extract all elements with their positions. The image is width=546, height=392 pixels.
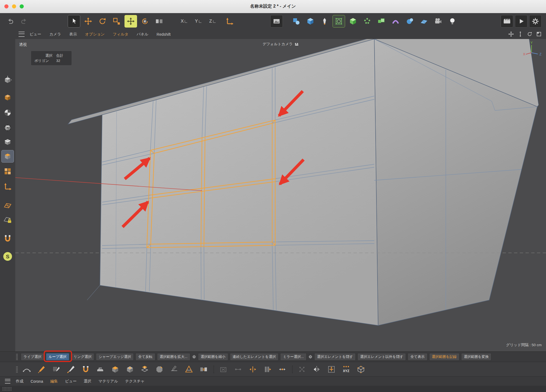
- array-icon[interactable]: [375, 15, 388, 28]
- stitch-sew-icon[interactable]: [198, 363, 210, 375]
- tweak-rotate-tool[interactable]: [139, 15, 151, 28]
- viewport-zoom-icon[interactable]: [517, 31, 524, 37]
- menu-camera[interactable]: カメラ: [49, 32, 61, 37]
- viewport-toggle-icon[interactable]: [536, 31, 542, 37]
- toolbar-drag-handle[interactable]: [16, 354, 18, 360]
- polygons-mode-icon[interactable]: [1, 150, 14, 163]
- undo-icon[interactable]: [4, 15, 16, 28]
- move-tool[interactable]: [82, 15, 94, 28]
- bevel-icon[interactable]: [153, 363, 165, 375]
- axis-gizmo[interactable]: Y X Z: [521, 41, 542, 60]
- z-axis-lock-button[interactable]: Z: [206, 15, 219, 28]
- viewport-panes-icon[interactable]: [153, 15, 165, 28]
- texture-mode-icon[interactable]: [1, 106, 14, 119]
- edges-mode-icon[interactable]: [1, 136, 14, 148]
- cloner-icon[interactable]: [361, 15, 373, 28]
- camera-icon[interactable]: [432, 15, 444, 28]
- gear-icon[interactable]: [192, 355, 196, 359]
- record-selection-button[interactable]: 選択範囲を記録: [429, 353, 459, 361]
- smooth-brush-icon[interactable]: [21, 363, 33, 375]
- render-play-icon[interactable]: [515, 15, 527, 28]
- workplane-icon[interactable]: [1, 199, 14, 212]
- settings-gear-icon[interactable]: [529, 15, 542, 28]
- extrude-inner-icon[interactable]: [124, 363, 136, 375]
- coordinate-system-button[interactable]: [223, 15, 236, 28]
- camera-label[interactable]: デフォルトカメラ: [263, 42, 299, 47]
- magnet-tool-icon[interactable]: [80, 363, 92, 375]
- polygon-pen-icon[interactable]: [35, 363, 48, 375]
- active-move-tool[interactable]: [124, 15, 137, 28]
- spline-pen-icon[interactable]: [318, 15, 331, 28]
- live-selection-tool[interactable]: [68, 15, 80, 28]
- show-all-button[interactable]: 全て表示: [408, 353, 427, 361]
- redo-icon[interactable]: [18, 15, 31, 28]
- iron-tool-icon[interactable]: [94, 363, 106, 375]
- xyz-coordinates-icon[interactable]: XYZ: [340, 363, 352, 375]
- viewport-rotate-icon[interactable]: [526, 31, 533, 37]
- menu-texture[interactable]: テクスチャ: [125, 379, 145, 384]
- points-mode-icon[interactable]: [1, 121, 14, 134]
- menu-display[interactable]: 表示: [69, 32, 77, 37]
- viewport-canvas[interactable]: [15, 39, 546, 351]
- shrink-selection-button[interactable]: 選択範囲を縮小: [198, 353, 228, 361]
- axis-center-icon[interactable]: [325, 363, 337, 375]
- hide-unselected-button[interactable]: 選択エレメント以外を隠す: [357, 353, 406, 361]
- menu-view-bottom[interactable]: ビュー: [65, 379, 77, 384]
- align-edges-icon[interactable]: [262, 363, 274, 375]
- spline-primitive-icon[interactable]: [290, 15, 302, 28]
- volume-icon[interactable]: [403, 15, 416, 28]
- grow-selection-button[interactable]: 選択範囲を拡大...: [157, 353, 190, 361]
- render-view-button[interactable]: [270, 15, 283, 28]
- floor-grid-icon[interactable]: [418, 15, 430, 28]
- sharp-edge-selection-button[interactable]: シャープエッジ選択: [96, 353, 134, 361]
- scale-tool[interactable]: [110, 15, 123, 28]
- knife-icon[interactable]: [65, 363, 77, 375]
- menu-panel[interactable]: パネル: [137, 32, 149, 37]
- viewport-pan-icon[interactable]: [508, 31, 514, 37]
- uv-polygons-mode-icon[interactable]: [1, 165, 14, 178]
- resize-grip[interactable]: [2, 387, 12, 391]
- extrude-icon[interactable]: [109, 363, 121, 375]
- deformer-icon[interactable]: [389, 15, 402, 28]
- viewport-menu-icon[interactable]: [19, 32, 25, 37]
- rotate-tool[interactable]: [96, 15, 109, 28]
- menu-redshift[interactable]: Redshift: [157, 32, 171, 37]
- mirror-tool-icon[interactable]: [311, 363, 323, 375]
- hide-selected-button[interactable]: 選択エレメントを隠す: [314, 353, 356, 361]
- convert-selection-button[interactable]: 選択範囲を変換: [461, 353, 491, 361]
- mirror-selection-button[interactable]: ミラー選択...: [280, 353, 306, 361]
- menu-corona[interactable]: Corona: [31, 379, 43, 384]
- light-icon[interactable]: [446, 15, 459, 28]
- smooth-shift-icon[interactable]: [139, 363, 151, 375]
- plane-cut-icon[interactable]: [183, 363, 195, 375]
- edge-slide-icon[interactable]: [276, 363, 288, 375]
- gear-icon[interactable]: [308, 355, 313, 359]
- x-axis-lock-button[interactable]: X: [178, 15, 191, 28]
- menu-create[interactable]: 作成: [16, 379, 23, 384]
- snap-magnet-icon[interactable]: [1, 232, 14, 245]
- object-axis-mode-icon[interactable]: [1, 91, 14, 104]
- snap-settings-icon[interactable]: S: [1, 250, 14, 263]
- live-selection-button[interactable]: ライブ選択: [21, 353, 44, 361]
- edge-cut-icon[interactable]: [168, 363, 180, 375]
- menu-view[interactable]: ビュー: [29, 32, 41, 37]
- menu-edit[interactable]: 編集: [50, 379, 58, 384]
- menu-filter[interactable]: フィルタ: [113, 32, 128, 37]
- y-axis-lock-button[interactable]: Y: [192, 15, 205, 28]
- select-connected-button[interactable]: 連続したエレメントを選択: [230, 353, 278, 361]
- generator-cube-icon[interactable]: [347, 15, 359, 28]
- subdivision-surface-icon[interactable]: [333, 15, 345, 28]
- menu-options[interactable]: オプション: [85, 32, 105, 37]
- bottom-menu-icon[interactable]: [5, 379, 10, 384]
- menu-material[interactable]: マテリアル: [99, 379, 118, 384]
- model-mode-icon[interactable]: [1, 74, 14, 86]
- loop-selection-button[interactable]: ループ選択: [46, 353, 69, 361]
- cube-primitive-icon[interactable]: [304, 15, 317, 28]
- lattice-cage-icon[interactable]: [355, 363, 367, 375]
- clapboard-icon[interactable]: [501, 15, 513, 28]
- axis-mode-icon[interactable]: [1, 180, 14, 193]
- sketch-retopo-icon[interactable]: [50, 363, 62, 375]
- ring-selection-button[interactable]: リング選択: [71, 353, 94, 361]
- menu-select[interactable]: 選択: [84, 379, 91, 384]
- invert-all-button[interactable]: 全て反転: [135, 353, 155, 361]
